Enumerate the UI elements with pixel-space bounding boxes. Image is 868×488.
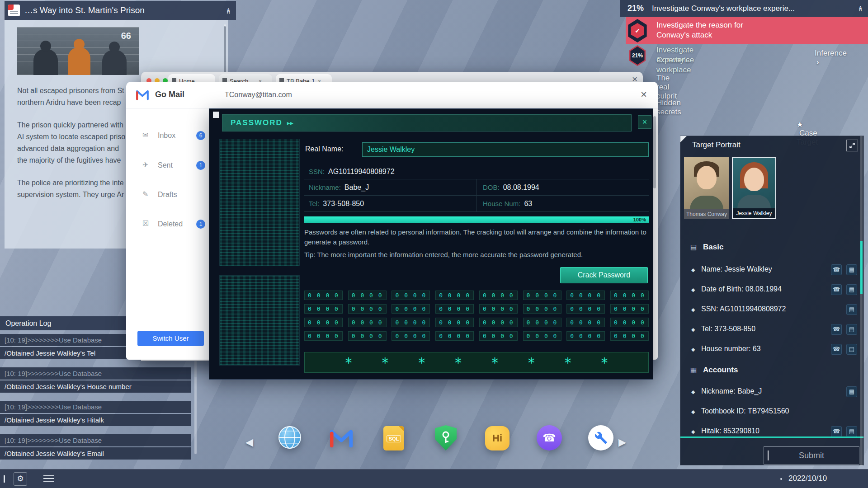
note-action-icon[interactable]: ▤ (846, 386, 857, 397)
mail-close-button[interactable]: × (641, 88, 647, 101)
folder-label: Deleted (158, 220, 183, 228)
target-info-row: ◆ Nickname: Babe_J ▤ (680, 384, 863, 402)
bullet-icon: ◆ (691, 429, 695, 435)
portrait-name: Thomas Conway (684, 209, 729, 219)
target-info-row: ◆ Toothbook ID: TB79451560 (680, 404, 863, 422)
nickname-dob-row: Nickname: Babe_J DOB: 08.08.1994 (304, 179, 649, 196)
target-scrollbar-thumb[interactable] (860, 241, 863, 294)
folder-sent[interactable]: ✈ Sent 1 (126, 159, 209, 173)
real-name-input[interactable] (362, 142, 649, 157)
expand-panel-button[interactable] (846, 140, 858, 151)
target-info-row: ◆ Hitalk: 853290810 ☎ ▤ (680, 423, 863, 441)
note-action-icon[interactable]: ▤ (846, 264, 857, 275)
digit-group: 0 0 0 0 (610, 318, 649, 327)
target-info-row: ◆ Tel: 373-508-850 ☎ ▤ (680, 321, 863, 339)
mail-account-address: TConway@titan.com (225, 91, 292, 99)
crack-password-button[interactable]: Crack Password (560, 267, 648, 283)
task-item-real-culprit[interactable]: The real culprit (656, 74, 677, 101)
task-header-title: Investigate Conway's workplace experie..… (652, 4, 858, 13)
log-entry: [10: 19]>>>>>>>>Use Database /Obtained J… (0, 434, 199, 460)
contact-action-icon[interactable]: ☎ (831, 426, 842, 437)
gear-icon: ⚙ (17, 474, 24, 483)
submit-button[interactable]: Submit (764, 446, 859, 465)
digit-group: 0 0 0 0 (392, 331, 430, 341)
task-header-bar[interactable]: 21% Investigate Conway's workplace exper… (620, 0, 868, 17)
contact-action-icon[interactable]: ☎ (831, 324, 842, 335)
password-close-button[interactable]: × (638, 115, 651, 129)
case-progress-percent: 21% (627, 4, 644, 13)
digit-group: 0 0 0 0 (523, 331, 561, 341)
dock-tools-icon[interactable] (588, 425, 614, 451)
digit-group: 0 0 0 0 (348, 304, 387, 314)
settings-button[interactable]: ⚙ (14, 472, 27, 486)
password-titlebar[interactable]: PASSWORD ▸▸ (222, 114, 632, 131)
contact-action-icon[interactable]: ☎ (831, 264, 842, 275)
digit-matrix: 0 0 0 00 0 0 00 0 0 00 0 0 00 0 0 00 0 0… (304, 291, 649, 345)
target-info-row: ◆ SSN: AG10119940808972 ▤ (680, 301, 863, 319)
note-action-icon[interactable]: ▤ (846, 324, 857, 335)
digit-row: 0 0 0 00 0 0 00 0 0 00 0 0 00 0 0 00 0 0… (304, 304, 649, 314)
digit-group: 0 0 0 0 (566, 291, 605, 300)
sql-label: SQL (387, 435, 401, 442)
accounts-icon: ▦ (690, 366, 697, 374)
mail-scrollbar-thumb[interactable] (653, 116, 656, 188)
dock-prev-button[interactable]: ◀ (245, 436, 253, 448)
house-value: 63 (524, 200, 532, 208)
task-list-button[interactable] (43, 475, 54, 482)
system-date: 2022/10/10 (788, 474, 827, 483)
info-text: Toothbook ID: TB79451560 (701, 407, 789, 415)
digit-group: 0 0 0 0 (348, 331, 387, 341)
info-text: Hitalk: 853290810 (701, 427, 760, 435)
dock-next-button[interactable]: ▶ (618, 436, 626, 448)
dock-phone-icon[interactable]: ☎ (536, 425, 562, 451)
completed-task-banner[interactable]: Investigate the reason for Conway's atta… (626, 17, 868, 44)
target-scrollbar[interactable] (860, 136, 863, 466)
digit-group: 0 0 0 0 (348, 318, 387, 327)
switch-user-button[interactable]: Switch User (137, 331, 204, 346)
figure-silhouette (102, 50, 127, 75)
contact-action-icon[interactable]: ☎ (831, 284, 842, 295)
news-article-image: 66 (17, 27, 139, 75)
dock-password-cracker-icon[interactable] (433, 425, 459, 451)
folder-drafts[interactable]: ✎ Drafts (126, 188, 209, 202)
inbox-icon: ✉ (142, 131, 148, 139)
mail-titlebar[interactable]: Go Mail TConway@titan.com × (126, 82, 658, 108)
digit-group: 0 0 0 0 (523, 291, 561, 300)
dock-sql-icon[interactable]: SQL (381, 425, 407, 451)
portrait-jessie-walkley[interactable]: Jessie Walkley (732, 157, 776, 219)
collapse-news-button[interactable]: ∧∧ (226, 8, 231, 14)
collapse-tasks-button[interactable]: ∧∧ (858, 5, 863, 11)
dock-mail-icon[interactable] (328, 427, 354, 453)
current-task-line2[interactable]: experience (656, 55, 694, 65)
news-icon (8, 5, 20, 16)
log-entry: [10: 19]>>>>>>>>Use Database /Obtained J… (0, 367, 199, 393)
digit-group: 0 0 0 0 (566, 318, 605, 327)
digit-group: 0 0 0 0 (304, 304, 343, 314)
news-window-titlebar[interactable]: …s Way into St. Martin's Prison ∧∧ (5, 1, 236, 20)
portrait-thomas-conway[interactable]: Thomas Conway (684, 157, 729, 219)
note-action-icon[interactable]: ▤ (846, 426, 857, 437)
dock-browser-icon[interactable] (277, 424, 303, 450)
target-info-row: ◆ Date of Birth: 08.08.1994 ☎ ▤ (680, 282, 863, 300)
note-action-icon[interactable]: ▤ (846, 284, 857, 295)
password-char: * (600, 355, 609, 371)
password-char: * (381, 355, 389, 371)
accounts-section-header: ▦ Accounts (680, 364, 863, 378)
contact-action-icon[interactable]: ☎ (831, 344, 842, 355)
folder-deleted[interactable]: ☒ Deleted 1 (126, 217, 209, 232)
digit-group: 0 0 0 0 (610, 291, 649, 300)
folder-inbox[interactable]: ✉ Inbox 6 (126, 129, 209, 143)
bullet-icon: ◆ (691, 389, 695, 395)
digit-group: 0 0 0 0 (610, 331, 649, 341)
portrait-face (697, 166, 717, 189)
dock-hitalk-icon[interactable]: Hi (484, 425, 510, 451)
bullet-icon: ◆ (691, 347, 695, 352)
task-item-hidden-secrets[interactable]: Hidden secrets (656, 99, 681, 117)
note-action-icon[interactable]: ▤ (846, 304, 857, 315)
operation-log-header: Operation Log (0, 316, 128, 330)
digit-group: 0 0 0 0 (392, 304, 430, 314)
cracker-tip: Tip: The more important the information … (304, 250, 649, 260)
inference-button[interactable]: Inference › (815, 49, 847, 67)
digit-row: 0 0 0 00 0 0 00 0 0 00 0 0 00 0 0 00 0 0… (304, 331, 649, 341)
note-action-icon[interactable]: ▤ (846, 344, 857, 355)
